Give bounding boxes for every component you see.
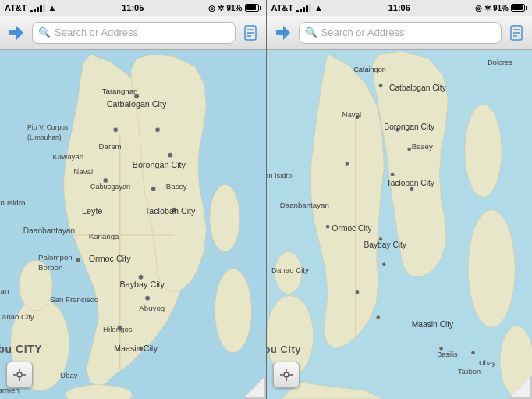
svg-point-79: [381, 262, 385, 266]
svg-text:Talibon: Talibon: [458, 368, 481, 376]
svg-text:Maasin City: Maasin City: [411, 320, 453, 329]
location-icon-right: ◎: [475, 4, 482, 12]
bluetooth-icon-right: ✲: [484, 4, 491, 12]
bluetooth-icon-left: ✲: [218, 4, 224, 12]
svg-point-20: [75, 258, 80, 262]
time-left: 11:05: [122, 3, 144, 12]
svg-text:Basilis: Basilis: [437, 351, 458, 358]
svg-point-53: [17, 372, 22, 377]
svg-text:Basey: Basey: [411, 142, 432, 151]
svg-text:Baybay City: Baybay City: [364, 240, 406, 249]
status-left-group-right: AT&T ▲: [271, 3, 323, 12]
svg-text:bu CITY: bu CITY: [0, 343, 42, 355]
carrier-left: AT&T: [5, 3, 27, 12]
svg-point-18: [151, 186, 155, 191]
svg-text:ebu City: ebu City: [267, 344, 301, 355]
svg-text:Daanbantayan: Daanbantayan: [23, 226, 76, 235]
wifi-icon-left: ▲: [48, 3, 57, 12]
page-curl-left: [243, 376, 266, 399]
svg-point-80: [355, 290, 359, 294]
time-right: 11:06: [388, 3, 410, 12]
status-right-right: ◎ ✲ 91%: [475, 4, 527, 12]
svg-text:Naval: Naval: [342, 110, 361, 119]
svg-text:an Isidro: an Isidro: [267, 172, 292, 180]
location-icon-left: ◎: [208, 4, 215, 12]
screen-right: AT&T ▲ 11:06 ◎ ✲ 91%: [266, 0, 533, 399]
svg-text:Catbalogan City: Catbalogan City: [107, 99, 167, 109]
svg-text:Catbalogan City: Catbalogan City: [389, 84, 447, 92]
svg-point-70: [378, 84, 382, 87]
svg-point-77: [325, 225, 329, 229]
search-icon-right: 🔍: [305, 27, 317, 38]
svg-point-9: [215, 269, 251, 353]
svg-point-16: [168, 152, 172, 157]
status-left-group: AT&T ▲: [5, 3, 56, 12]
screens-container: AT&T ▲ 11:05 ◎ ✲ 91%: [0, 0, 532, 399]
svg-text:Ormoc City: Ormoc City: [332, 224, 372, 233]
map-right[interactable]: Cataingon Dolores Catbalogan City Naval …: [267, 50, 533, 399]
carrier-right: AT&T: [271, 3, 294, 12]
svg-text:Cataingon: Cataingon: [353, 66, 386, 73]
svg-text:Hilongos: Hilongos: [103, 325, 133, 333]
svg-text:San Francisco: San Francisco: [50, 295, 98, 304]
svg-text:Leyte: Leyte: [82, 206, 102, 216]
battery-icon-left: [245, 4, 261, 12]
svg-text:Baybay City: Baybay City: [120, 280, 165, 289]
svg-text:Danao City: Danao City: [271, 265, 308, 274]
bookmarks-button-left[interactable]: [239, 22, 261, 44]
svg-text:Basey: Basey: [166, 182, 187, 191]
directions-button-right[interactable]: [271, 21, 295, 45]
location-button-left[interactable]: [6, 362, 33, 388]
status-bar-left: AT&T ▲ 11:05 ◎ ✲ 91%: [0, 0, 266, 16]
svg-point-83: [470, 351, 474, 354]
map-left[interactable]: Tarangnan Catbalogan City Pio V. Corpus …: [0, 50, 266, 399]
svg-text:Ormoc City: Ormoc City: [89, 254, 131, 263]
svg-point-74: [345, 162, 349, 166]
svg-text:Abuyog: Abuyog: [139, 304, 165, 312]
svg-point-64: [464, 105, 501, 197]
battery-percent-left: 91%: [226, 4, 242, 12]
search-placeholder-right: Search or Address: [321, 27, 496, 38]
wifi-icon-right: ▲: [314, 3, 323, 12]
nav-bar-left: 🔍 Search or Address: [0, 16, 266, 50]
svg-point-22: [145, 296, 150, 301]
svg-text:Maasin City: Maasin City: [114, 344, 158, 353]
svg-text:Kawayan: Kawayan: [52, 152, 83, 161]
svg-text:Borbon: Borbon: [38, 263, 62, 272]
svg-point-103: [284, 372, 289, 377]
svg-text:Naval: Naval: [73, 167, 93, 176]
nav-bar-right: 🔍 Search or Address: [267, 16, 533, 50]
search-bar-left[interactable]: 🔍 Search or Address: [32, 22, 236, 44]
svg-text:Tarangnan: Tarangnan: [102, 87, 138, 95]
search-icon-left: 🔍: [38, 27, 51, 38]
status-bar-right: AT&T ▲ 11:06 ◎ ✲ 91%: [267, 0, 533, 16]
bookmarks-button-right[interactable]: [505, 22, 527, 44]
svg-text:Pio V. Corpus: Pio V. Corpus: [27, 123, 68, 131]
location-button-right[interactable]: [273, 362, 300, 388]
search-bar-right[interactable]: 🔍 Search or Address: [299, 22, 502, 44]
svg-text:Kananga: Kananga: [89, 232, 119, 240]
search-placeholder-left: Search or Address: [55, 27, 229, 38]
svg-point-14: [113, 127, 118, 132]
svg-point-15: [155, 127, 160, 132]
svg-text:Borongan City: Borongan City: [133, 160, 186, 169]
status-right-left: ◎ ✲ 91%: [208, 4, 261, 12]
svg-text:anao City: anao City: [2, 312, 34, 321]
svg-text:Daanbantayan: Daanbantayan: [279, 201, 328, 209]
svg-text:(Limbuhan): (Limbuhan): [27, 134, 62, 141]
svg-text:Palompon: Palompon: [38, 253, 73, 262]
svg-point-75: [390, 173, 394, 176]
svg-text:an Isidro: an Isidro: [0, 198, 25, 207]
svg-text:Tacloban City: Tacloban City: [386, 179, 434, 187]
svg-text:Dolores: Dolores: [488, 59, 512, 66]
svg-marker-0: [9, 26, 23, 40]
svg-point-81: [376, 315, 380, 319]
svg-point-8: [210, 184, 240, 251]
battery-percent-right: 91%: [493, 4, 509, 12]
svg-point-65: [468, 210, 515, 328]
directions-button-left[interactable]: [5, 21, 28, 45]
svg-text:Borongan City: Borongan City: [384, 123, 435, 131]
svg-text:Ubay: Ubay: [60, 371, 78, 379]
svg-text:Tacloban City: Tacloban City: [145, 206, 196, 216]
battery-icon-right: [511, 4, 527, 12]
